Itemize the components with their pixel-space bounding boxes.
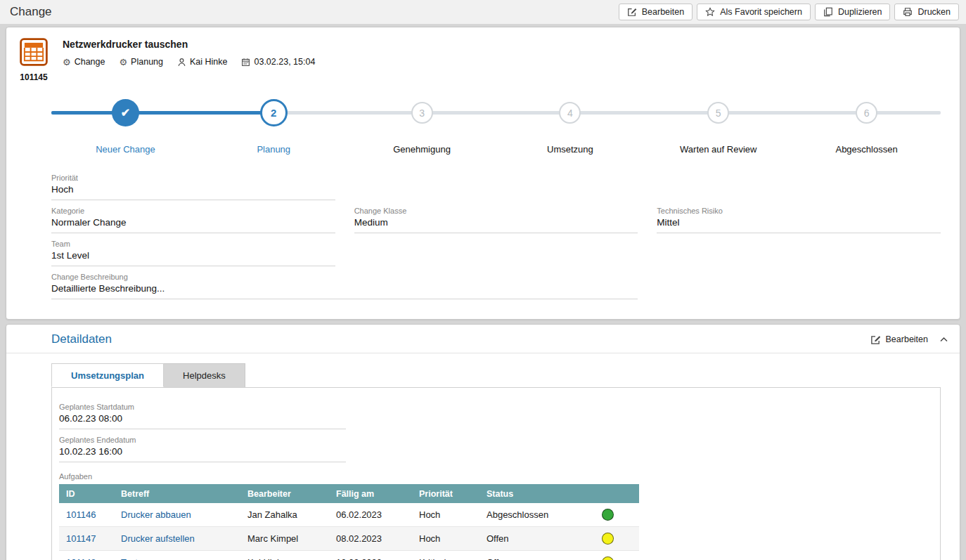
field-value: Hoch — [51, 184, 335, 200]
field-team: Team 1st Level — [51, 233, 335, 266]
change-header: 101145 Netzwerkdrucker tauschen ⚙ Change… — [6, 27, 960, 82]
task-id-link[interactable]: 101147 — [59, 527, 114, 551]
field-label: Team — [51, 240, 335, 248]
field-label: Technisches Risiko — [657, 207, 941, 215]
step-3-circle[interactable]: 3 — [411, 102, 433, 124]
table-row: 101147 Drucker aufstellen Marc Kimpel 08… — [59, 527, 639, 551]
duplicate-button[interactable]: Duplizieren — [815, 4, 891, 20]
field-value: Detaillierte Beschreibung... — [51, 283, 638, 299]
step-2-circle[interactable]: 2 — [260, 99, 288, 126]
task-faellig-am: 08.02.2023 — [329, 527, 412, 551]
step-warten-auf-review: 5 Warten auf Review — [644, 99, 792, 155]
task-faellig-am: 10.02.2023 — [329, 551, 412, 560]
field-label: Change Beschreibung — [51, 273, 638, 281]
step-3-label: Genehmigung — [393, 144, 451, 155]
print-button[interactable]: Drucken — [894, 4, 959, 20]
favorite-button[interactable]: Als Favorit speichern — [697, 4, 811, 20]
duplicate-icon — [823, 7, 833, 17]
task-id-link[interactable]: 101148 — [59, 551, 114, 560]
change-icon-block: 101145 — [16, 37, 51, 82]
step-umsetzung: 4 Umsetzung — [496, 99, 644, 155]
topbar: Change Bearbeiten Als Favorit speichern … — [0, 0, 966, 24]
table-row: 101146 Drucker abbauen Jan Zahalka 06.02… — [59, 503, 639, 527]
step-neuer-change: ✔ Neuer Change — [51, 99, 200, 155]
task-id-link[interactable]: 101146 — [59, 503, 114, 527]
task-betreff-link[interactable]: Drucker abbauen — [114, 503, 240, 527]
print-button-label: Drucken — [917, 7, 951, 17]
column-header-betreff: Betreff — [114, 484, 240, 503]
step-5-label: Warten auf Review — [680, 144, 756, 155]
change-meta: ⚙ Change ⚙ Planung Kai Hinke — [63, 57, 315, 67]
task-status-dot-cell — [585, 503, 639, 527]
duplicate-button-label: Duplizieren — [838, 7, 882, 17]
status-dot — [602, 509, 614, 521]
field-kategorie: Kategorie Normaler Change — [51, 200, 335, 233]
table-row: 101148 Tests Kai Hinke 10.02.2023 Kritis… — [59, 551, 639, 560]
collapse-section-button[interactable] — [938, 334, 950, 346]
task-bearbeiter: Kai Hinke — [240, 551, 329, 560]
task-status: Offen — [479, 551, 585, 560]
field-value: 10.02.23 16:00 — [59, 446, 346, 462]
step-genehmigung: 3 Genehmigung — [348, 99, 496, 155]
step-5-circle[interactable]: 5 — [707, 102, 729, 124]
edit-button[interactable]: Bearbeiten — [619, 4, 693, 20]
task-faellig-am: 06.02.2023 — [329, 503, 412, 527]
task-betreff-link[interactable]: Drucker aufstellen — [114, 527, 240, 551]
calendar-icon — [241, 58, 250, 67]
meta-date: 03.02.23, 15:04 — [241, 57, 315, 67]
column-header-prioritaet: Priorität — [412, 484, 479, 503]
field-geplantes-startdatum: Geplantes Startdatum 06.02.23 08:00 — [59, 396, 346, 429]
meta-status-label: Planung — [131, 57, 163, 67]
meta-date-label: 03.02.23, 15:04 — [254, 57, 315, 67]
field-change-beschreibung: Change Beschreibung Detaillierte Beschre… — [51, 266, 638, 299]
change-type-icon — [19, 37, 49, 67]
task-betreff-link[interactable]: Tests — [114, 551, 240, 560]
chevron-up-icon — [939, 335, 948, 344]
meta-type: ⚙ Change — [63, 57, 105, 67]
detail-edit-button[interactable]: Bearbeiten — [870, 334, 928, 345]
page-title: Change — [10, 5, 52, 19]
change-card: 101145 Netzwerkdrucker tauschen ⚙ Change… — [6, 27, 960, 320]
task-status: Offen — [479, 527, 585, 551]
change-id: 101145 — [16, 72, 51, 82]
task-prioritaet: Hoch — [412, 503, 479, 527]
topbar-actions: Bearbeiten Als Favorit speichern Duplizi… — [619, 4, 959, 20]
detail-tabs: Umsetzungsplan Helpdesks — [51, 363, 941, 387]
column-header-faellig-am: Fällig am — [329, 484, 412, 503]
field-label: Priorität — [51, 174, 335, 182]
detail-card: Detaildaten Bearbeiten Umsetzungsplan He… — [6, 324, 960, 560]
change-head-text: Netzwerkdrucker tauschen ⚙ Change ⚙ Plan… — [63, 37, 315, 82]
status-dot — [602, 556, 614, 560]
column-header-status: Status — [479, 484, 585, 503]
step-1-label: Neuer Change — [96, 144, 155, 155]
change-fields: Priorität Hoch Kategorie Normaler Change… — [51, 167, 941, 319]
meta-owner: Kai Hinke — [177, 57, 228, 67]
field-value: Medium — [354, 217, 638, 233]
task-status-dot-cell — [585, 551, 639, 560]
meta-owner-label: Kai Hinke — [190, 57, 228, 67]
change-title: Netzwerkdrucker tauschen — [63, 39, 315, 50]
gear-icon: ⚙ — [63, 58, 71, 67]
detail-edit-label: Bearbeiten — [886, 334, 928, 344]
step-abgeschlossen: 6 Abgeschlossen — [792, 99, 941, 155]
table-header-row: ID Betreff Bearbeiter Fällig am Prioritä… — [59, 484, 639, 503]
print-icon — [903, 7, 913, 17]
field-label: Change Klasse — [354, 207, 638, 215]
task-prioritaet: Kritisch — [412, 551, 479, 560]
status-dot — [602, 533, 614, 545]
step-1-circle[interactable]: ✔ — [112, 99, 139, 126]
step-6-circle[interactable]: 6 — [856, 102, 877, 124]
field-value: Mittel — [657, 217, 941, 233]
detail-header-actions: Bearbeiten — [870, 334, 950, 346]
step-6-label: Abgeschlossen — [835, 144, 897, 155]
tab-helpdesks[interactable]: Helpdesks — [164, 363, 245, 387]
field-change-klasse: Change Klasse Medium — [354, 200, 638, 233]
field-prioritaet: Priorität Hoch — [51, 167, 335, 200]
task-prioritaet: Hoch — [412, 527, 479, 551]
progress-stepper: ✔ Neuer Change 2 Planung 3 Genehmigung 4… — [51, 99, 941, 155]
tab-umsetzungsplan[interactable]: Umsetzungsplan — [51, 363, 164, 387]
column-header-status-dot — [585, 484, 639, 503]
step-4-circle[interactable]: 4 — [559, 102, 581, 124]
field-value: Normaler Change — [51, 217, 335, 233]
field-label: Geplantes Endedatum — [59, 436, 346, 444]
